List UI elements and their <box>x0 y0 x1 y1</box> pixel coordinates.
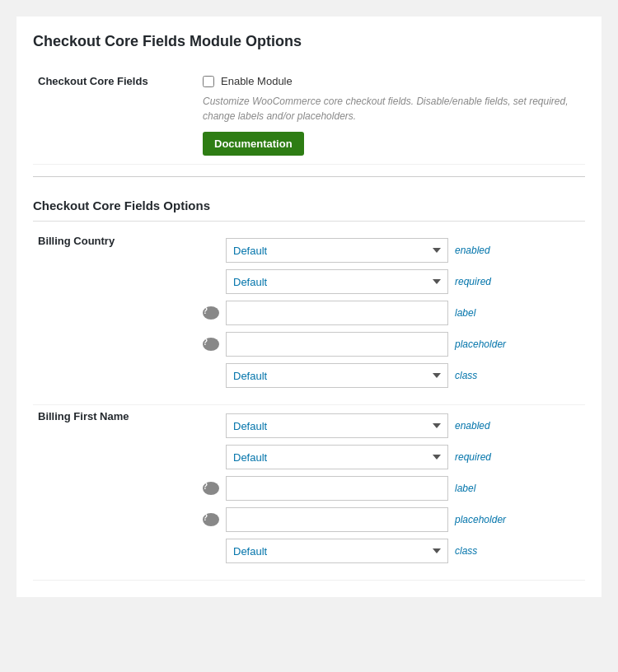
documentation-button[interactable]: Documentation <box>203 132 304 156</box>
input-row-0-0: Defaultenabled <box>203 238 580 263</box>
page-title: Checkout Core Fields Module Options <box>33 33 585 50</box>
options-section-header: Checkout Core Fields Options <box>33 185 585 222</box>
module-controls-cell: Enable Module Customize WooCommerce core… <box>198 67 585 165</box>
settings-wrapper: Checkout Core Fields Module Options Chec… <box>16 16 602 597</box>
field-name-1: Billing First Name <box>33 405 198 581</box>
meta-label-1-2: label <box>455 483 521 494</box>
meta-label-0-1: required <box>455 276 521 287</box>
field-name-0: Billing Country <box>33 230 198 405</box>
meta-label-1-4: class <box>455 545 521 557</box>
text-input-1-2[interactable] <box>226 476 448 501</box>
select-1-4[interactable]: Default <box>226 539 448 563</box>
input-row-1-0: Defaultenabled <box>203 413 580 438</box>
meta-label-0-0: enabled <box>455 245 521 256</box>
text-input-0-2[interactable] <box>226 301 448 325</box>
input-row-0-3: ?placeholder <box>203 332 580 357</box>
help-icon-1-2[interactable]: ? <box>203 482 219 495</box>
fields-table: Billing CountryDefaultenabledDefaultrequ… <box>33 230 585 581</box>
section-divider <box>33 176 585 177</box>
module-enable-row: Checkout Core Fields Enable Module Custo… <box>33 67 585 165</box>
enable-module-container: Enable Module Customize WooCommerce core… <box>203 75 580 156</box>
text-input-0-3[interactable] <box>226 332 448 357</box>
help-icon-0-2[interactable]: ? <box>203 306 219 320</box>
field-controls-0: DefaultenabledDefaultrequired?label?plac… <box>198 230 585 405</box>
select-0-1[interactable]: Default <box>226 269 448 294</box>
enable-module-checkbox[interactable] <box>203 76 214 87</box>
meta-label-1-3: placeholder <box>455 514 521 525</box>
field-row-0: Billing CountryDefaultenabledDefaultrequ… <box>33 230 585 405</box>
meta-label-0-4: class <box>455 370 521 381</box>
module-enable-table: Checkout Core Fields Enable Module Custo… <box>33 67 585 165</box>
input-row-0-2: ?label <box>203 301 580 325</box>
select-1-1[interactable]: Default <box>226 445 448 469</box>
enable-module-label: Enable Module <box>221 75 293 87</box>
module-label-cell: Checkout Core Fields <box>33 67 198 165</box>
input-row-1-3: ?placeholder <box>203 507 580 532</box>
input-row-1-1: Defaultrequired <box>203 445 580 469</box>
select-1-0[interactable]: Default <box>226 413 448 438</box>
field-controls-1: DefaultenabledDefaultrequired?label?plac… <box>198 405 585 581</box>
field-row-1: Billing First NameDefaultenabledDefaultr… <box>33 405 585 581</box>
input-row-0-4: Defaultclass <box>203 363 580 388</box>
module-description: Customize WooCommerce core checkout fiel… <box>203 94 580 124</box>
meta-label-0-3: placeholder <box>455 338 521 350</box>
input-row-1-2: ?label <box>203 476 580 501</box>
meta-label-1-0: enabled <box>455 420 521 432</box>
text-input-1-3[interactable] <box>226 507 448 532</box>
help-icon-0-3[interactable]: ? <box>203 338 219 351</box>
help-icon-1-3[interactable]: ? <box>203 513 219 526</box>
input-row-1-4: Defaultclass <box>203 539 580 563</box>
enable-module-check-row: Enable Module <box>203 75 293 87</box>
select-0-4[interactable]: Default <box>226 363 448 388</box>
select-0-0[interactable]: Default <box>226 238 448 263</box>
meta-label-0-2: label <box>455 307 521 319</box>
meta-label-1-1: required <box>455 451 521 463</box>
input-row-0-1: Defaultrequired <box>203 269 580 294</box>
